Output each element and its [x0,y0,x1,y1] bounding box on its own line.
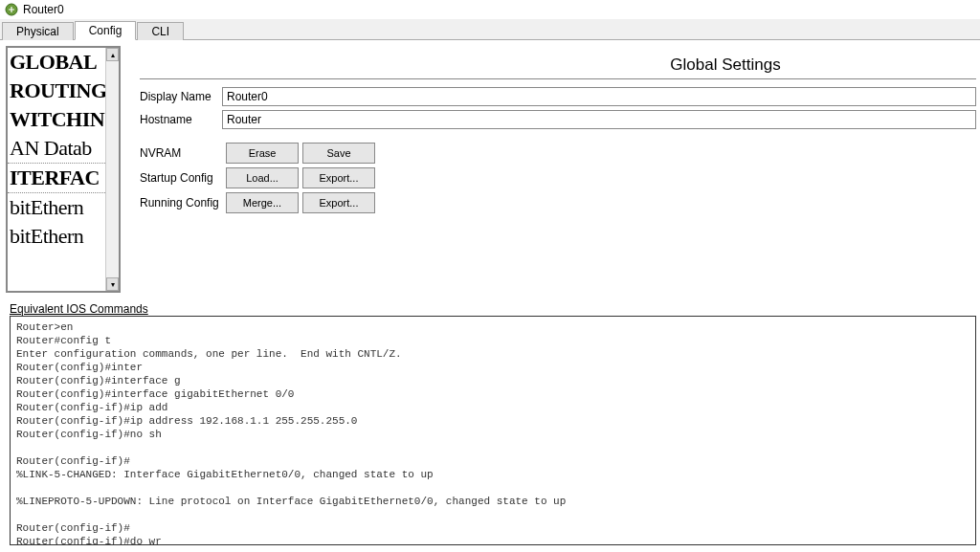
settings-panel: Global Settings Display Name Hostname NV… [121,40,980,298]
sidebar-item-interface[interactable]: ITERFAC [8,163,105,193]
tab-config[interactable]: Config [75,21,137,40]
sidebar-scrollbar[interactable]: ▴ ▾ [105,48,119,291]
startup-config-label: Startup Config [140,171,222,185]
merge-button[interactable]: Merge... [226,192,299,213]
nvram-label: NVRAM [140,146,222,160]
running-config-label: Running Config [140,196,222,210]
tab-cli[interactable]: CLI [137,22,184,40]
ios-commands-output[interactable]: Router>en Router#config t Enter configur… [10,316,976,545]
sidebar-item-gigabitethernet1[interactable]: bitEthern [8,222,105,251]
window-title: Router0 [23,3,64,16]
tab-bar: Physical Config CLI [0,19,980,40]
startup-export-button[interactable]: Export... [302,167,375,188]
display-name-row: Display Name [140,87,976,106]
sidebar-item-switching[interactable]: WITCHIN [8,105,105,134]
sidebar-list: GLOBAL ROUTING WITCHIN AN Datab ITERFAC … [8,48,105,291]
display-name-input[interactable] [222,87,976,106]
nvram-row: NVRAM Erase Save [140,143,976,164]
divider [140,78,976,79]
sidebar-item-gigabitethernet0[interactable]: bitEthern [8,193,105,222]
startup-config-row: Startup Config Load... Export... [140,167,976,188]
running-config-row: Running Config Merge... Export... [140,192,976,213]
tab-physical[interactable]: Physical [2,22,74,40]
settings-heading: Global Settings [140,50,976,77]
app-icon [4,2,19,17]
erase-button[interactable]: Erase [226,143,299,164]
load-button[interactable]: Load... [226,167,299,188]
workarea: GLOBAL ROUTING WITCHIN AN Datab ITERFAC … [0,40,980,298]
running-export-button[interactable]: Export... [302,192,375,213]
sidebar-item-routing[interactable]: ROUTING [8,77,105,105]
hostname-row: Hostname [140,110,976,129]
scroll-track[interactable] [106,61,119,277]
sidebar: GLOBAL ROUTING WITCHIN AN Datab ITERFAC … [6,46,121,293]
display-name-label: Display Name [140,90,222,103]
sidebar-item-global[interactable]: GLOBAL [8,48,105,77]
hostname-input[interactable] [222,110,976,129]
sidebar-item-vlan-database[interactable]: AN Datab [8,134,105,163]
hostname-label: Hostname [140,113,222,126]
scroll-down-icon[interactable]: ▾ [106,277,119,291]
window-titlebar: Router0 [0,0,980,19]
save-button[interactable]: Save [302,143,375,164]
ios-commands-label: Equivalent IOS Commands [10,302,980,316]
scroll-up-icon[interactable]: ▴ [106,48,119,61]
